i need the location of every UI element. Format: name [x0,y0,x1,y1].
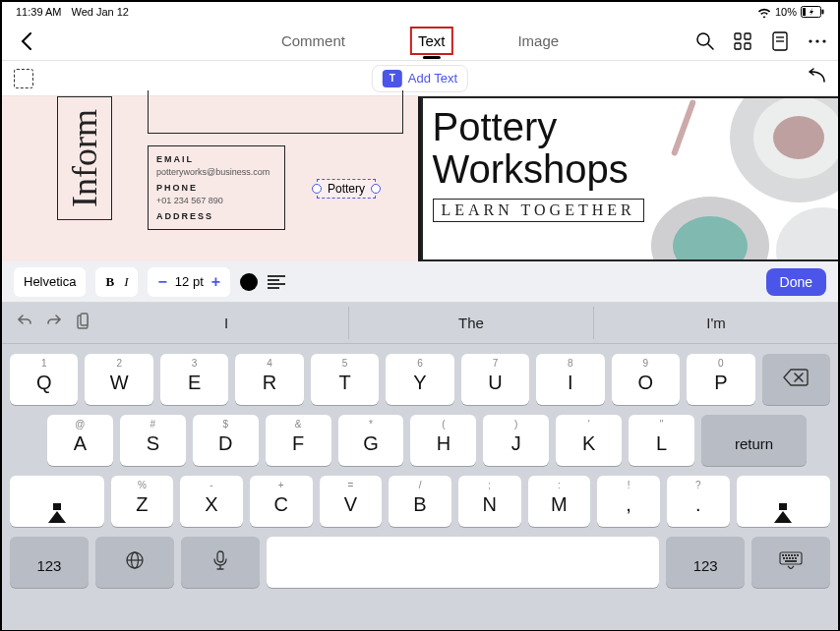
svg-rect-36 [782,554,784,556]
globe-icon [125,550,145,575]
key-Z[interactable]: %Z [111,476,174,527]
key-T[interactable]: 5T [311,354,379,405]
svg-rect-45 [792,557,794,559]
text-tool-icon: T [383,70,402,87]
more-icon[interactable] [807,30,828,52]
suggestion-2[interactable]: The [349,307,594,339]
key-shift-left[interactable] [10,476,104,527]
key-return[interactable]: return [701,415,807,466]
key-hide-keyboard[interactable] [751,537,830,588]
svg-point-14 [822,39,825,42]
undo-icon[interactable] [805,68,826,89]
svg-rect-38 [788,554,790,556]
key-mic[interactable] [181,537,260,588]
shift-icon [48,491,66,512]
learn-subtitle: LEARN TOGETHER [433,199,644,222]
add-text-label: Add Text [408,71,457,86]
svg-rect-22 [671,99,696,156]
address-label: ADDRESS [156,211,276,221]
key-123-left[interactable]: 123 [10,537,89,588]
color-swatch[interactable] [240,273,258,291]
svg-point-3 [697,33,709,45]
svg-rect-42 [783,557,785,559]
key-backspace[interactable] [762,354,830,405]
key-123-right[interactable]: 123 [666,537,745,588]
tab-comment[interactable]: Comment [275,29,351,53]
key-D[interactable]: $D [193,415,259,466]
key-F[interactable]: &F [266,415,331,466]
hide-keyboard-icon [779,551,803,574]
key-L[interactable]: "L [629,415,694,466]
page-left[interactable]: Inform EMAIL potteryworks@business.com P… [2,96,418,261]
kb-redo-icon[interactable] [45,313,63,334]
key-,[interactable]: !, [597,476,660,527]
bold-button[interactable]: B [105,274,114,290]
kb-clipboard-icon[interactable] [75,313,90,334]
key-R[interactable]: 4R [235,354,303,405]
svg-rect-34 [217,551,223,562]
svg-rect-6 [745,33,750,39]
key-B[interactable]: /B [389,476,451,527]
key-globe[interactable] [95,537,174,588]
key-E[interactable]: 3E [160,354,228,405]
size-increase[interactable]: + [211,273,220,291]
key-Y[interactable]: 6Y [386,354,453,405]
key-Q[interactable]: 1Q [10,354,78,405]
key-K[interactable]: 'K [556,415,622,466]
key-shift-right[interactable] [737,476,831,527]
key-X[interactable]: -X [180,476,243,527]
wifi-icon [757,7,771,18]
status-bar: 11:39 AM Wed Jan 12 10% [2,2,838,22]
key-J[interactable]: )J [483,415,549,466]
phone-label: PHONE [156,183,276,193]
top-frame [148,90,403,134]
svg-rect-5 [735,33,741,39]
key-.[interactable]: ?. [667,476,730,527]
tab-text[interactable]: Text [410,27,453,55]
key-M[interactable]: :M [528,476,591,527]
inform-heading: Inform [57,96,112,220]
back-button[interactable] [12,27,41,56]
key-A[interactable]: @A [47,415,113,466]
key-G[interactable]: *G [338,415,404,466]
tab-image[interactable]: Image [511,29,565,53]
backspace-icon [783,369,809,391]
secondary-toolbar: T Add Text [2,61,838,96]
suggestion-3[interactable]: I'm [594,307,838,339]
key-S[interactable]: #S [120,415,186,466]
status-time: 11:39 AM [16,6,61,18]
mode-tabs: Comment Text Image [275,27,565,55]
keyboard: I The I'm 1Q2W3E4R5T6Y7U8I9O0P @A#S$D&F*… [2,303,838,630]
size-decrease[interactable]: − [157,273,166,291]
font-selector[interactable]: Helvetica [14,267,86,297]
key-W[interactable]: 2W [85,354,152,405]
key-H[interactable]: (H [410,415,476,466]
size-group: − 12 pt + [148,267,230,297]
kb-undo-icon[interactable] [16,313,33,334]
grid-icon[interactable] [732,30,753,52]
selection-icon[interactable] [14,69,33,88]
size-value: 12 pt [175,274,204,289]
document-canvas[interactable]: Inform EMAIL potteryworks@business.com P… [2,96,838,261]
page-icon[interactable] [769,30,791,52]
search-icon[interactable] [694,30,716,52]
key-space[interactable] [267,537,660,588]
key-N[interactable]: ;N [458,476,521,527]
status-date: Wed Jan 12 [71,6,129,18]
suggestion-1[interactable]: I [104,307,349,339]
key-I[interactable]: 8I [536,354,604,405]
key-V[interactable]: =V [320,476,383,527]
mic-icon [213,550,227,575]
italic-button[interactable]: I [124,274,128,290]
key-O[interactable]: 9O [612,354,680,405]
align-button[interactable] [268,275,285,289]
key-C[interactable]: +C [250,476,313,527]
add-text-button[interactable]: T Add Text [372,65,468,92]
key-P[interactable]: 0P [687,354,754,405]
key-U[interactable]: 7U [461,354,529,405]
text-edit-box[interactable]: Pottery [317,179,376,199]
svg-point-21 [776,207,838,261]
page-right[interactable]: Pottery Workshops LEARN TOGETHER [421,96,839,261]
done-button[interactable]: Done [766,268,826,296]
svg-rect-28 [81,314,88,325]
